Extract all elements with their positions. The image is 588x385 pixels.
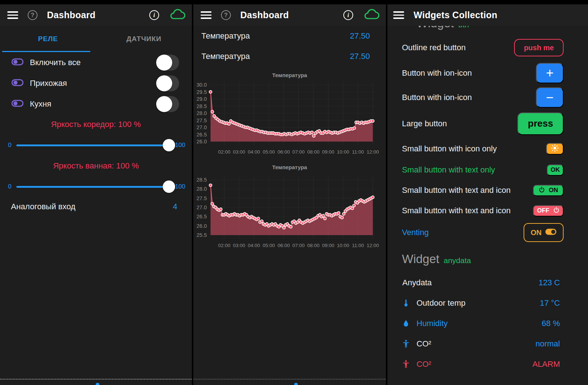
temperature-row-1: Температура 27.50 <box>193 26 386 46</box>
widget-row-text-only: Small button with text only OK <box>387 160 588 180</box>
svg-text:27.0: 27.0 <box>197 124 207 130</box>
on-button[interactable]: ON <box>533 185 564 196</box>
data-row-label: CO² <box>417 360 431 369</box>
svg-text:28.5: 28.5 <box>197 177 207 183</box>
slider-bath: 0 100 <box>0 176 192 197</box>
data-row-co2-alarm: CO² ALARM <box>387 354 588 374</box>
venting-toggle-button[interactable]: ON <box>524 223 564 242</box>
help-icon[interactable]: ? <box>28 10 38 20</box>
info-icon[interactable]: i <box>149 10 159 20</box>
off-button[interactable]: OFF <box>533 205 564 217</box>
widget-row-large-button: Large button press <box>387 110 588 138</box>
slider-caption-corridor: Яркость коредор: 100 % <box>0 114 192 135</box>
widget-row-label: Outline red button <box>402 43 466 52</box>
svg-text:09:00: 09:00 <box>322 149 335 155</box>
data-row-value: 17 °C <box>540 298 560 308</box>
page-title: Widgets Collection <box>414 10 497 20</box>
tab-relays[interactable]: РЕЛЕ <box>0 26 96 52</box>
slider-knob[interactable] <box>163 180 175 193</box>
menu-icon[interactable] <box>201 11 212 19</box>
slider-knob[interactable] <box>163 139 175 151</box>
widget-row-label: Button with ion-icon <box>402 68 472 78</box>
widget-row-label: Small button with icon only <box>402 144 497 154</box>
page-title: Dashboard <box>240 10 289 20</box>
svg-text:29.5: 29.5 <box>197 89 207 95</box>
minus-button[interactable]: − <box>536 87 564 108</box>
temperature-value: 27.50 <box>350 52 370 61</box>
svg-text:04:00: 04:00 <box>248 243 260 248</box>
data-row-value: 123 C <box>538 278 560 287</box>
widget-row-label: Venting <box>402 228 429 237</box>
svg-text:05:00: 05:00 <box>263 243 275 248</box>
svg-text:26.5: 26.5 <box>197 132 207 138</box>
button-label: ON <box>531 229 542 237</box>
slider-max-label: 100 <box>175 142 185 149</box>
svg-text:06:00: 06:00 <box>277 149 290 155</box>
svg-text:07:00: 07:00 <box>292 243 305 248</box>
data-row-value: 68 % <box>542 319 560 328</box>
slider-track[interactable] <box>16 139 172 151</box>
switch-label: Кухня <box>30 99 51 109</box>
widget-row-label: Button with ion-icon <box>402 93 472 102</box>
svg-text:06:00: 06:00 <box>277 243 290 248</box>
tab-sensors[interactable]: ДАТЧИКИ <box>96 26 192 52</box>
widget-row-label: Small button with text and icon <box>402 206 510 215</box>
person-icon <box>402 339 411 349</box>
widget-row-text-icon-off: Small button with text and icon OFF <box>387 201 588 221</box>
ok-button[interactable]: OK <box>547 164 564 176</box>
data-row-humidity: Humidity 68 % <box>387 313 588 334</box>
slider-track[interactable] <box>16 180 172 193</box>
tab-active-indicator <box>2 51 90 52</box>
switch-row-kitchen: Кухня <box>0 94 192 114</box>
cloud-status-icon <box>169 9 185 22</box>
svg-text:28.5: 28.5 <box>197 103 207 109</box>
section-heading-title: Widget <box>402 252 439 266</box>
clipped-section-heading: Widget btn <box>387 26 588 35</box>
help-icon[interactable]: ? <box>221 10 231 20</box>
toggle-outline-icon <box>11 78 24 88</box>
widget-anydata-heading: Widget anydata <box>387 252 588 268</box>
svg-text:12:00: 12:00 <box>367 243 379 248</box>
switch-label: Прихожая <box>30 79 67 88</box>
tab-bar: РЕЛЕ ДАТЧИКИ <box>0 26 192 52</box>
svg-text:27.5: 27.5 <box>197 118 207 123</box>
analog-input-value: 4 <box>173 202 177 211</box>
svg-text:28.0: 28.0 <box>197 110 207 116</box>
svg-text:26.5: 26.5 <box>197 214 207 219</box>
svg-text:08:00: 08:00 <box>307 243 320 248</box>
panel-widgets-collection: Widgets Collection Widget btn Outline re… <box>387 4 588 385</box>
menu-icon[interactable] <box>7 11 18 19</box>
switch-kitchen-toggle[interactable] <box>156 96 179 112</box>
temperature-chart-1: 26.026.527.027.528.028.529.029.530.002:0… <box>193 80 386 159</box>
menu-icon[interactable] <box>393 11 404 19</box>
widget-row-outline-red: Outline red button push me <box>387 35 588 61</box>
press-button[interactable]: press <box>517 112 564 135</box>
dotted-divider <box>0 379 192 380</box>
svg-text:02:00: 02:00 <box>218 149 230 155</box>
widget-row-venting: Venting ON <box>387 221 588 244</box>
svg-text:07:00: 07:00 <box>292 149 305 155</box>
section-heading-subtitle: btn <box>458 26 469 29</box>
svg-text:11:00: 11:00 <box>352 243 364 248</box>
data-row-label: Humidity <box>417 319 448 328</box>
data-row-label: CO² <box>417 339 431 349</box>
svg-text:05:00: 05:00 <box>263 149 275 155</box>
slider-min-label: 0 <box>8 142 11 149</box>
switch-all-toggle[interactable] <box>156 55 179 71</box>
info-icon[interactable]: i <box>343 10 353 20</box>
screenshot-root: ? Dashboard i РЕЛЕ ДАТЧИКИ Включить все … <box>0 0 588 385</box>
widget-row-icon-only: Small button with icon only <box>387 138 588 160</box>
switch-row-all: Включить все <box>0 52 192 73</box>
cloud-status-icon <box>363 9 379 22</box>
appbar-right: Widgets Collection <box>387 4 588 26</box>
plus-button[interactable]: + <box>536 63 564 83</box>
switch-hallway-toggle[interactable] <box>156 75 179 91</box>
sun-button[interactable] <box>546 143 564 155</box>
svg-text:12:00: 12:00 <box>367 149 379 155</box>
svg-text:03:00: 03:00 <box>233 149 245 155</box>
slider-min-label: 0 <box>8 183 11 190</box>
widget-row-label: Large button <box>402 119 447 128</box>
widget-row-label: Small button with text and icon <box>402 186 510 195</box>
push-me-button[interactable]: push me <box>514 39 564 56</box>
svg-text:27.0: 27.0 <box>197 205 207 210</box>
